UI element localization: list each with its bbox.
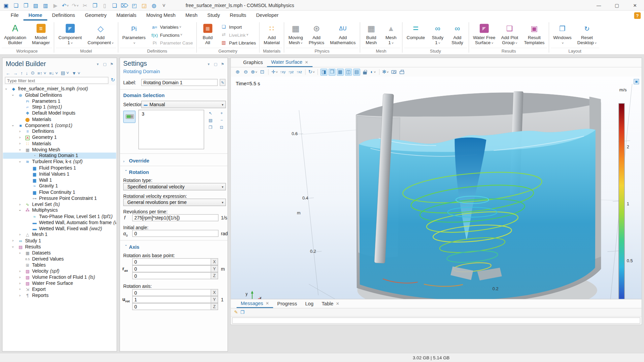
expand-icon[interactable]: › <box>19 274 21 280</box>
expand-icon[interactable]: › <box>19 280 21 286</box>
move-down-icon[interactable]: ↓ <box>26 70 28 76</box>
selection-list[interactable]: 3 <box>138 110 204 149</box>
expand-icon[interactable]: › <box>19 286 21 293</box>
tree-item[interactable]: ›▧Volume Fraction of Fluid 1(ls) <box>3 274 116 280</box>
save-icon[interactable]: ▤ <box>31 1 40 10</box>
color-theme-icon[interactable]: ◐˅ <box>370 68 377 76</box>
variables-menu[interactable]: a=Variables˅ <box>150 24 193 30</box>
expand-icon[interactable]: › <box>19 141 21 147</box>
print-icon[interactable] <box>398 68 405 76</box>
messages-tab-log[interactable]: Log <box>301 299 317 308</box>
base-rows-value-x[interactable] <box>132 258 211 265</box>
cut-icon[interactable]: ✂ <box>80 1 90 10</box>
panel-float-icon[interactable]: ▢ <box>102 62 107 66</box>
run-icon[interactable]: ▶ <box>51 1 60 10</box>
close-tab-icon[interactable]: ✕ <box>336 301 339 306</box>
menu-tab-definitions[interactable]: Definitions <box>47 11 80 21</box>
selection-list-item[interactable]: 3 <box>142 112 201 117</box>
rve-dropdown[interactable]: General revolutions per time▾ <box>123 199 226 206</box>
water-free-surface-button[interactable]: ◤Water FreeSurface˅ <box>471 22 498 48</box>
messages-content[interactable] <box>232 318 640 324</box>
tree-item[interactable]: ⬤Materials <box>3 116 116 122</box>
tree-item[interactable]: ›◆free_surface_mixer_ls.mph(root) <box>3 86 116 92</box>
collapse-icon[interactable]: › <box>10 94 16 96</box>
view-yz-icon[interactable]: ↑yz <box>287 68 295 76</box>
selection-dropdown[interactable]: ▬ Manual ▾ <box>141 101 226 108</box>
rotation-type-dropdown[interactable]: Specified rotational velocity▾ <box>123 183 226 190</box>
tree-item[interactable]: ▆Initial Values 1 <box>3 171 116 177</box>
override-header[interactable]: ›Override <box>123 157 149 164</box>
remove-from-selection-icon[interactable]: − <box>218 118 225 123</box>
activate-selection-icon[interactable]: ↖ <box>207 111 213 116</box>
panel-float-icon[interactable]: ▢ <box>213 62 218 66</box>
tree-filter-input[interactable] <box>5 77 108 84</box>
axis-header[interactable]: ›Axis <box>123 243 139 250</box>
rotation-header[interactable]: ›Rotation <box>123 168 149 176</box>
active-toggle-button[interactable] <box>123 111 136 123</box>
move-up-icon[interactable]: ↑ <box>21 70 23 76</box>
component-1-button[interactable]: ◤Component1˅ <box>56 22 84 48</box>
tree-item[interactable]: PiParameters 1 <box>3 98 116 104</box>
tree-item[interactable]: 8.5Derived Values <box>3 256 116 262</box>
panel-menu-icon[interactable]: ▾ <box>206 62 211 66</box>
zoom-box-icon[interactable]: ⊕˅ <box>250 68 258 76</box>
delete-icon[interactable]: ⌦ <box>120 1 129 10</box>
graphics-canvas[interactable]: Time=5.5 s m/s 210.5 0.60.40.2m-0.2-0.10… <box>231 77 642 299</box>
tree-item[interactable]: ›∿Level Set(ls) <box>3 201 116 207</box>
minimize-button[interactable]: — <box>590 0 608 11</box>
application-builder-button[interactable]: AApplicationBuilder <box>2 22 29 48</box>
build-mesh-button[interactable]: ▦BuildMesh <box>362 22 381 48</box>
forward-icon[interactable]: → <box>13 70 18 76</box>
maximize-button[interactable]: ▢ <box>608 0 626 11</box>
collapse-all-icon[interactable]: ≡↑ ˅ <box>37 70 46 76</box>
panel-menu-icon[interactable]: ▾ <box>95 62 100 66</box>
model-manager-button[interactable]: ≣ModelManager <box>30 22 53 48</box>
menu-tab-geometry[interactable]: Geometry <box>80 11 112 21</box>
frame-icon[interactable]: ▤ <box>353 68 360 76</box>
add-to-selection-icon[interactable]: + <box>218 111 225 116</box>
rotate-view-icon[interactable]: ↻˅ <box>308 68 315 76</box>
tree-item[interactable]: ❖Default Model Inputs <box>3 110 116 116</box>
collapse-icon[interactable]: › <box>17 210 23 211</box>
menu-tab-results[interactable]: Results <box>225 11 251 21</box>
reset-desktop-button[interactable]: ↻ResetDesktop˅ <box>575 22 599 48</box>
plot-image-icon[interactable]: ▣ <box>634 79 639 84</box>
filter-icon[interactable]: ▼ ˅ <box>72 70 80 76</box>
image-snapshot-icon[interactable] <box>390 68 397 76</box>
collapse-icon[interactable]: › <box>17 149 23 150</box>
expand-icon[interactable]: › <box>19 134 21 141</box>
help-button[interactable]: ? <box>634 12 641 19</box>
part-libraries-menu[interactable]: ▥Part Libraries <box>219 39 256 46</box>
paste-selection-icon[interactable]: ▤ <box>207 118 213 123</box>
tree-item[interactable]: ⊶Pressure Point Constraint 1 <box>3 195 116 201</box>
transparency-icon[interactable]: ❐ <box>329 68 336 76</box>
refresh-icon[interactable]: ↻ <box>111 77 115 83</box>
messages-tab-progress[interactable]: Progress <box>273 299 301 308</box>
panel-pin-icon[interactable]: ⚑ <box>109 62 114 66</box>
zoom-extents-icon[interactable]: ⊡ <box>259 68 266 76</box>
base-rows-value-z[interactable] <box>132 272 211 279</box>
collapse-icon[interactable]: › <box>3 88 9 90</box>
clear-region-icon[interactable]: ◲ <box>140 1 149 10</box>
graphics-tab-graphics[interactable]: Graphics <box>239 58 267 67</box>
close-tab-icon[interactable]: ✕ <box>266 301 269 305</box>
add-mathematics-button[interactable]: ΔUAddMathematics <box>328 22 358 48</box>
panel-pin-icon[interactable]: ⚑ <box>220 62 225 66</box>
menu-tab-moving-mesh[interactable]: Moving Mesh <box>141 11 180 21</box>
copy-icon[interactable]: ❐ <box>90 1 99 10</box>
duplicate-icon[interactable]: ❑ <box>110 1 119 10</box>
expand-all-icon[interactable]: ≡↓ ˅ <box>49 70 58 76</box>
new-file-icon[interactable]: ❏ <box>11 1 21 10</box>
tree-item[interactable]: ›■Component 1(comp1) <box>3 122 116 128</box>
show-icon[interactable]: ⊙ <box>31 70 35 76</box>
customize-toolbar-icon[interactable]: ˅ <box>159 1 168 10</box>
menu-tab-developer[interactable]: Developer <box>251 11 283 21</box>
add-study-button[interactable]: ∞AddStudy <box>448 22 467 48</box>
view-xz-icon[interactable]: ↑xz <box>296 68 303 76</box>
scene-settings-icon[interactable]: ✻˅ <box>382 68 389 76</box>
windows-button[interactable]: ❐Windows˅ <box>551 22 574 48</box>
menu-tab-mesh[interactable]: Mesh <box>180 11 202 21</box>
add-physics-button[interactable]: ⊛AddPhysics <box>306 22 327 48</box>
select-region-icon[interactable]: ◰ <box>130 1 139 10</box>
add-component-button[interactable]: ◇AddComponent˅ <box>85 22 116 48</box>
